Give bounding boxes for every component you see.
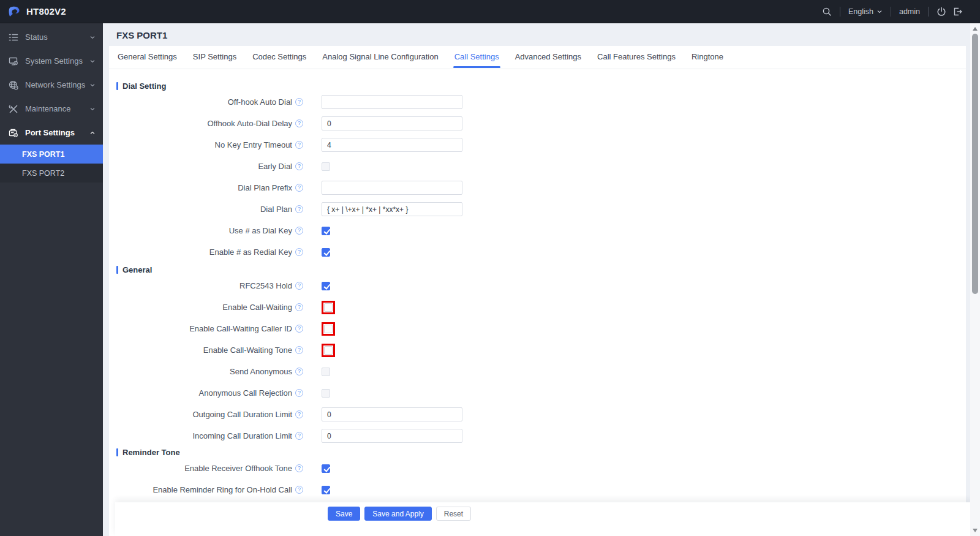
help-icon[interactable]: ? (295, 346, 303, 354)
sidebar-subitem-fxs-port1[interactable]: FXS PORT1 (0, 145, 103, 164)
field-control (322, 116, 462, 130)
field-label-group: Dial Plan? (116, 205, 303, 214)
use-as-dial-key-checkbox[interactable] (322, 227, 330, 235)
field-control (322, 95, 462, 109)
field-label-group: Enable Call-Waiting Tone? (116, 345, 303, 355)
reboot-button[interactable] (929, 7, 950, 17)
field-label: Offhook Auto-Dial Delay (208, 119, 293, 128)
help-icon[interactable]: ? (295, 227, 303, 235)
help-icon[interactable]: ? (295, 432, 303, 440)
form-row-use-as-dial-key: Use # as Dial Key? (116, 220, 966, 241)
logout-icon (952, 7, 962, 17)
help-icon[interactable]: ? (295, 184, 303, 192)
sidebar-item-network-settings[interactable]: Network Settings (0, 73, 103, 97)
help-icon[interactable]: ? (295, 205, 303, 213)
outgoing-call-duration-limit-input[interactable] (322, 407, 462, 421)
field-label: Anonymous Call Rejection (199, 388, 292, 398)
help-icon[interactable]: ? (295, 464, 303, 472)
form-row-enable-call-waiting-caller-id: Enable Call-Waiting Caller ID? (116, 318, 966, 339)
sidebar-menu: StatusSystem SettingsNetwork SettingsMai… (0, 23, 103, 183)
field-control (322, 486, 330, 494)
dial-plan-prefix-input[interactable] (322, 181, 462, 195)
enable-as-redial-key-checkbox[interactable] (322, 248, 330, 257)
field-label: Enable # as Redial Key (209, 247, 292, 257)
field-label-group: Incoming Call Duration Limit? (116, 431, 303, 440)
form-row-enable-receiver-offhook-tone: Enable Receiver Offhook Tone? (116, 458, 966, 479)
enable-reminder-ring-for-on-hold-call-checkbox[interactable] (322, 486, 330, 494)
chevron-up-icon (89, 130, 96, 136)
rfc2543-hold-checkbox[interactable] (322, 282, 330, 290)
help-icon[interactable]: ? (295, 141, 303, 149)
scroll-down-arrow-icon[interactable] (970, 526, 980, 535)
incoming-call-duration-limit-input[interactable] (322, 429, 462, 443)
no-key-entry-timeout-input[interactable] (322, 138, 462, 152)
scrollbar-thumb[interactable] (972, 34, 978, 294)
save-button[interactable]: Save (328, 507, 360, 521)
form-row-early-dial: Early Dial? (116, 156, 966, 177)
help-icon[interactable]: ? (295, 98, 303, 106)
help-icon[interactable]: ? (295, 486, 303, 494)
language-selector[interactable]: English (840, 7, 891, 16)
anonymous-call-rejection-checkbox[interactable] (322, 389, 330, 398)
help-icon[interactable]: ? (295, 325, 303, 333)
enable-receiver-offhook-tone-checkbox[interactable] (322, 464, 330, 473)
field-label: Enable Receiver Offhook Tone (184, 464, 292, 473)
form-row-rfc2543-hold: RFC2543 Hold? (116, 275, 966, 296)
tab-sip-settings[interactable]: SIP Settings (193, 46, 236, 69)
tab-analog-signal-line-configuration[interactable]: Analog Signal Line Configuration (322, 46, 438, 69)
sidebar-item-system-settings[interactable]: System Settings (0, 49, 103, 73)
field-control (322, 162, 330, 171)
sidebar-item-port-settings[interactable]: Port Settings (0, 121, 103, 145)
username-label: admin (899, 7, 920, 16)
help-icon[interactable]: ? (295, 248, 303, 256)
power-icon (937, 7, 946, 17)
save-and-apply-button[interactable]: Save and Apply (364, 507, 431, 521)
field-label: Enable Reminder Ring for On-Hold Call (153, 485, 292, 494)
off-hook-auto-dial-input[interactable] (322, 95, 462, 109)
tab-advanced-settings[interactable]: Advanced Settings (515, 46, 581, 69)
reset-button[interactable]: Reset (436, 507, 471, 521)
tab-call-settings[interactable]: Call Settings (454, 46, 499, 69)
field-control (322, 464, 330, 473)
sidebar-subitem-fxs-port2[interactable]: FXS PORT2 (0, 164, 103, 183)
help-icon[interactable]: ? (295, 410, 303, 418)
chevron-down-icon (89, 82, 96, 88)
logout-button[interactable] (950, 7, 970, 17)
vertical-scrollbar[interactable] (970, 23, 980, 536)
enable-call-waiting-checkbox[interactable] (324, 303, 333, 312)
early-dial-checkbox[interactable] (322, 162, 330, 171)
sidebar-item-label: System Settings (25, 56, 89, 66)
help-icon[interactable]: ? (295, 119, 303, 127)
sidebar-item-label: Maintenance (25, 104, 89, 113)
enable-call-waiting-tone-checkbox[interactable] (324, 346, 333, 355)
field-label: RFC2543 Hold (239, 281, 292, 290)
field-control (322, 248, 330, 257)
sidebar-item-status[interactable]: Status (0, 25, 103, 49)
tab-call-features-settings[interactable]: Call Features Settings (597, 46, 676, 69)
offhook-auto-dial-delay-input[interactable] (322, 116, 462, 130)
field-label-group: Anonymous Call Rejection? (116, 388, 303, 398)
brand: HT802V2 (0, 6, 66, 17)
search-button[interactable] (814, 7, 840, 17)
sidebar-item-maintenance[interactable]: Maintenance (0, 97, 103, 121)
settings-form: Dial SettingOff-hook Auto Dial?Offhook A… (109, 69, 966, 500)
page-title: FXS PORT1 (116, 30, 167, 40)
help-icon[interactable]: ? (295, 162, 303, 170)
dial-plan-input[interactable] (322, 202, 462, 216)
help-icon[interactable]: ? (295, 303, 303, 311)
help-icon[interactable]: ? (295, 368, 303, 376)
field-control (322, 181, 462, 195)
enable-call-waiting-caller-id-checkbox[interactable] (324, 325, 333, 333)
field-label-group: RFC2543 Hold? (116, 281, 303, 290)
tab-bar: General SettingsSIP SettingsCodec Settin… (109, 46, 966, 69)
tab-general-settings[interactable]: General Settings (118, 46, 177, 69)
field-control (322, 322, 335, 336)
user-menu[interactable]: admin (891, 7, 928, 16)
tab-codec-settings[interactable]: Codec Settings (252, 46, 306, 69)
help-icon[interactable]: ? (295, 389, 303, 397)
scroll-up-arrow-icon[interactable] (970, 25, 980, 33)
tab-ringtone[interactable]: Ringtone (692, 46, 723, 69)
help-icon[interactable]: ? (295, 282, 303, 290)
section-title: General (123, 265, 152, 274)
send-anonymous-checkbox[interactable] (322, 368, 330, 376)
